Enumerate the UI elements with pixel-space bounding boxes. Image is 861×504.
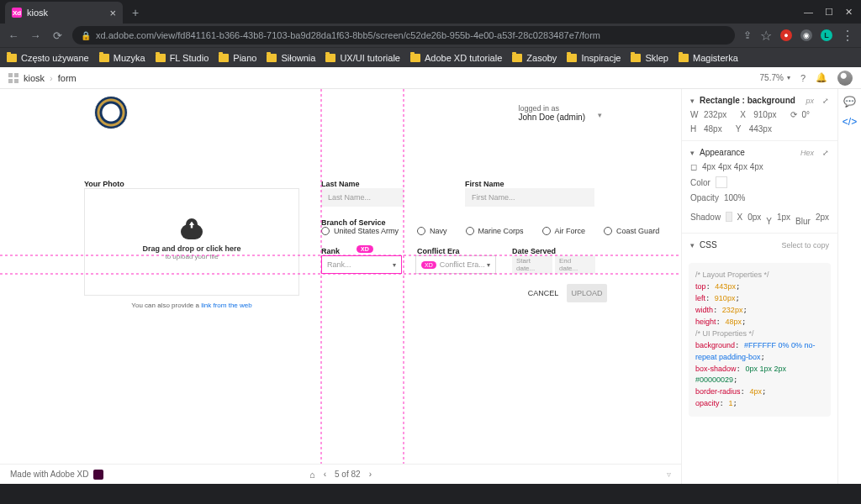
color-label: Color <box>690 178 710 187</box>
folder-icon <box>679 54 689 62</box>
bookmark-item[interactable]: UX/UI tutoriale <box>325 53 400 63</box>
chevron-down-icon[interactable]: ▾ <box>690 241 695 249</box>
home-icon[interactable]: ⌂ <box>309 470 315 480</box>
dropzone-title: Drag and drop or click here <box>142 244 240 253</box>
conflict-era-select[interactable]: XD Conflict Era...▾ <box>415 255 496 274</box>
logged-in-widget[interactable]: logged in as John Doe (admin) ▾ <box>519 104 585 122</box>
extension-red-icon[interactable]: ● <box>780 29 792 41</box>
collapse-icon[interactable]: ⤢ <box>822 97 829 105</box>
breadcrumb-root[interactable]: kiosk <box>24 73 45 83</box>
date-start-input[interactable]: Start date... <box>512 255 552 274</box>
kebab-menu-icon[interactable]: ⋮ <box>841 28 854 44</box>
branch-option[interactable]: Navy <box>417 227 447 235</box>
shadow-blur: 2px <box>816 213 829 222</box>
branch-radio-group: United States Army Navy Marine Corps Air… <box>321 227 659 235</box>
rank-select[interactable]: Rank...▾ <box>321 255 402 274</box>
logged-in-label: logged in as <box>519 104 585 113</box>
conflict-era-label: Conflict Era <box>417 247 460 255</box>
photo-dropzone[interactable]: Drag and drop or click here to upload yo… <box>84 188 299 296</box>
chevron-down-icon: ▾ <box>787 74 790 81</box>
specs-icon[interactable]: </> <box>843 116 857 128</box>
window-minimize-icon[interactable]: — <box>804 7 813 17</box>
prop-x: 910px <box>753 110 776 119</box>
bookmark-item[interactable]: Inspiracje <box>567 53 621 63</box>
artboard-grid-icon[interactable] <box>8 73 18 83</box>
forward-icon[interactable]: → <box>29 29 42 42</box>
chevron-right-icon: › <box>50 73 53 83</box>
radius-icon: ◻ <box>690 162 697 171</box>
bookmark-item[interactable]: Muzyka <box>99 53 145 63</box>
folder-icon <box>156 54 166 62</box>
first-name-input[interactable]: First Name... <box>465 188 594 207</box>
bookmark-item[interactable]: Sklep <box>631 53 668 63</box>
radio-icon <box>466 227 474 235</box>
profile-avatar-icon[interactable]: L <box>821 29 832 41</box>
branch-option[interactable]: Marine Corps <box>466 227 524 235</box>
xd-selection-badge: XD <box>357 245 373 253</box>
shadow-label: Shadow <box>690 213 721 222</box>
date-end-input[interactable]: End date... <box>555 255 595 274</box>
star-icon[interactable]: ☆ <box>760 28 772 44</box>
bookmark-item[interactable]: Piano <box>219 53 256 63</box>
upload-cloud-icon <box>181 224 203 239</box>
branch-option[interactable]: Air Force <box>542 227 586 235</box>
share-icon[interactable]: ⇪ <box>743 29 752 41</box>
next-artboard-icon[interactable]: › <box>369 470 372 479</box>
user-avatar[interactable] <box>837 71 853 86</box>
chevron-down-icon: ▾ <box>393 261 396 269</box>
bookmark-item[interactable]: FL Studio <box>156 53 209 63</box>
folder-icon <box>512 54 522 62</box>
extension-camera-icon[interactable]: ◉ <box>800 29 812 41</box>
bookmark-item[interactable]: Magisterka <box>679 53 738 63</box>
collapse-icon[interactable]: ⤢ <box>822 149 829 157</box>
browser-tab[interactable]: Xd kiosk × <box>5 2 123 24</box>
chevron-down-icon[interactable]: ▾ <box>690 97 695 105</box>
pager-text: 5 of 82 <box>335 470 361 479</box>
back-icon[interactable]: ← <box>7 29 20 42</box>
zoom-control[interactable]: 75.7% ▾ <box>760 73 790 82</box>
notifications-icon[interactable]: 🔔 <box>816 72 827 83</box>
bookmark-item[interactable]: Siłownia <box>267 53 315 63</box>
fill-swatch[interactable] <box>716 176 727 188</box>
window-maximize-icon[interactable]: ☐ <box>825 7 833 18</box>
close-tab-icon[interactable]: × <box>109 7 116 19</box>
folder-icon <box>99 54 109 62</box>
select-to-copy-hint: Select to copy <box>781 241 829 249</box>
new-tab-button[interactable]: + <box>126 3 145 22</box>
branch-option[interactable]: United States Army <box>321 227 399 235</box>
upload-button[interactable]: UPLOAD <box>567 284 607 302</box>
chevron-down-icon: ▾ <box>598 111 602 119</box>
folder-icon <box>410 54 420 62</box>
dropzone-subtitle: to upload your file <box>165 253 218 260</box>
bookmark-item[interactable]: Zasoby <box>512 53 557 63</box>
radio-icon <box>417 227 425 235</box>
css-output[interactable]: /* Layout Properties */ top: 443px; left… <box>689 263 831 417</box>
photo-link-hint: You can also provide a link from the web <box>84 302 299 309</box>
filter-icon[interactable]: ▿ <box>667 470 671 479</box>
prop-h: 48px <box>704 124 722 134</box>
rotate-icon: ⟳ <box>790 110 797 119</box>
help-icon[interactable]: ? <box>800 73 806 83</box>
breadcrumb-leaf[interactable]: form <box>58 73 77 83</box>
cancel-button[interactable]: CANCEL <box>523 284 563 302</box>
link-from-web[interactable]: link from the web <box>201 302 251 309</box>
shadow-swatch[interactable] <box>726 212 732 222</box>
folder-icon <box>219 54 229 62</box>
address-bar[interactable]: 🔒 xd.adobe.com/view/fd841161-b366-43b8-7… <box>72 26 735 45</box>
prev-artboard-icon[interactable]: ‹ <box>324 470 326 479</box>
folder-icon <box>267 54 277 62</box>
bookmark-item[interactable]: Często używane <box>7 53 89 63</box>
branch-option[interactable]: Coast Guard <box>604 227 659 235</box>
prop-rotate: 0° <box>802 110 811 119</box>
prop-radius: 4px 4px 4px 4px <box>702 162 763 171</box>
os-taskbar <box>0 484 861 504</box>
comments-icon[interactable]: 💬 <box>843 96 856 108</box>
window-close-icon[interactable]: ✕ <box>845 7 853 18</box>
last-name-label: Last Name <box>321 180 360 188</box>
last-name-input[interactable]: Last Name... <box>321 188 404 207</box>
bookmark-item[interactable]: Adobe XD tutoriale <box>410 53 502 63</box>
reload-icon[interactable]: ⟳ <box>50 29 64 42</box>
chevron-down-icon[interactable]: ▾ <box>690 149 695 157</box>
canvas[interactable]: logged in as John Doe (admin) ▾ Your Pho… <box>0 89 681 484</box>
zoom-value: 75.7% <box>760 73 784 82</box>
